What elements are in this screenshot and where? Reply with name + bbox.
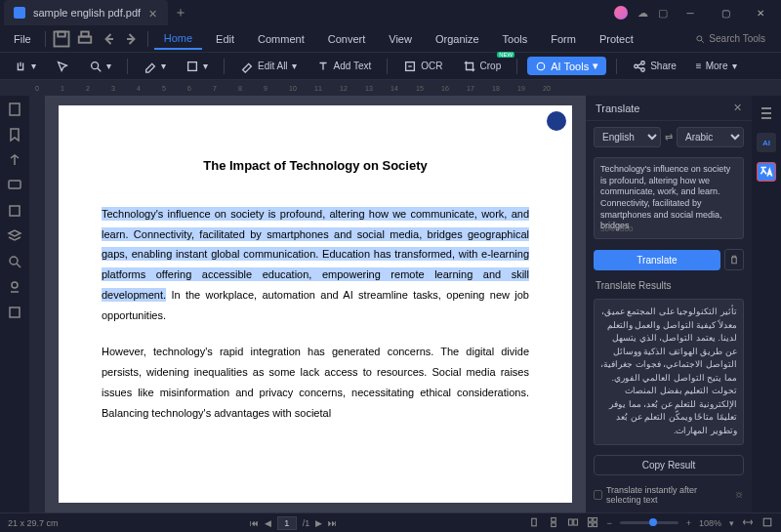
last-page-icon[interactable]: ⏭ bbox=[328, 518, 337, 528]
edit-all-button[interactable]: Edit All▾ bbox=[234, 58, 303, 75]
zoom-slider[interactable] bbox=[620, 521, 678, 524]
statusbar: 21 x 29.7 cm ⏮ ◀ /1 ▶ ⏭ − + 108% ▾ bbox=[0, 512, 781, 532]
result-text-box[interactable]: تأثير التكنولوجيا على المجتمع عميق، معدل… bbox=[594, 299, 744, 445]
add-tab-button[interactable]: ＋ bbox=[174, 4, 187, 21]
svg-point-9 bbox=[635, 64, 638, 68]
svg-rect-20 bbox=[552, 522, 556, 526]
prev-page-icon[interactable]: ◀ bbox=[265, 518, 271, 528]
svg-point-11 bbox=[641, 67, 645, 71]
view-facing-cont-icon[interactable] bbox=[587, 516, 598, 530]
attachments-icon[interactable] bbox=[7, 152, 22, 168]
maximize-button[interactable]: ▢ bbox=[713, 2, 738, 23]
ai-assistant-icon[interactable]: AI bbox=[757, 133, 776, 152]
comments-icon[interactable] bbox=[7, 178, 22, 193]
bookmarks-icon[interactable] bbox=[7, 127, 22, 143]
sidebar-left bbox=[0, 96, 29, 512]
svg-rect-24 bbox=[594, 517, 597, 521]
pdf-page: The Impact of Technology on Society Tech… bbox=[59, 105, 572, 503]
share-button[interactable]: Share bbox=[627, 58, 682, 75]
close-button[interactable]: ✕ bbox=[748, 2, 773, 23]
svg-rect-13 bbox=[9, 181, 21, 188]
document-tab[interactable]: sample english pdf.pdf ✕ bbox=[4, 0, 168, 25]
delete-button[interactable] bbox=[724, 249, 744, 270]
settings-small-icon[interactable]: ⛭ bbox=[735, 490, 744, 500]
undo-icon[interactable] bbox=[99, 29, 118, 49]
ai-tools-button[interactable]: AI Tools▾ bbox=[527, 57, 606, 75]
char-count: 364/1000 bbox=[600, 225, 633, 234]
fit-page-icon[interactable] bbox=[761, 516, 773, 530]
tab-comment[interactable]: Comment bbox=[248, 29, 314, 49]
redo-icon[interactable] bbox=[122, 29, 142, 49]
account-icon[interactable] bbox=[614, 6, 628, 20]
highlighted-text[interactable]: Technology's influence on society is pro… bbox=[102, 207, 529, 303]
close-panel-icon[interactable]: ✕ bbox=[733, 102, 742, 114]
tab-title: sample english pdf.pdf bbox=[33, 7, 141, 19]
notifications-icon[interactable]: ☁ bbox=[637, 7, 648, 20]
minimize-button[interactable]: ─ bbox=[678, 2, 703, 23]
search-tools[interactable]: Search Tools bbox=[695, 33, 775, 44]
ruler-vertical bbox=[29, 96, 45, 512]
source-language-select[interactable]: English bbox=[594, 127, 661, 147]
page-input[interactable] bbox=[277, 516, 297, 530]
fields-icon[interactable] bbox=[7, 203, 22, 219]
ocr-button[interactable]: OCR bbox=[397, 58, 448, 75]
copy-result-button[interactable]: Copy Result bbox=[594, 455, 744, 475]
menubar: File Home Edit Comment Convert View Orga… bbox=[0, 25, 781, 53]
zoom-in-icon[interactable]: + bbox=[686, 518, 691, 528]
page-dimensions: 21 x 29.7 cm bbox=[8, 518, 59, 528]
view-single-icon[interactable] bbox=[528, 516, 540, 530]
tab-tools[interactable]: Tools bbox=[493, 29, 538, 49]
hand-tool[interactable]: ▾ bbox=[8, 58, 42, 75]
translate-button[interactable]: Translate bbox=[594, 250, 720, 270]
crop-button[interactable]: Crop bbox=[457, 58, 508, 75]
print-icon[interactable] bbox=[75, 29, 95, 49]
svg-rect-1 bbox=[58, 31, 65, 36]
tab-home[interactable]: Home bbox=[154, 28, 202, 50]
highlight-tool[interactable]: ▾ bbox=[138, 58, 172, 75]
tab-organize[interactable]: Organize bbox=[426, 29, 489, 49]
next-page-icon[interactable]: ▶ bbox=[315, 518, 322, 528]
svg-point-5 bbox=[92, 61, 99, 68]
pdf-icon bbox=[14, 7, 25, 19]
file-menu[interactable]: File bbox=[6, 33, 39, 45]
tab-view[interactable]: View bbox=[379, 29, 422, 49]
toolbar: ▾ ▾ ▾ ▾ Edit All▾ Add Text OCR Crop AI T… bbox=[0, 53, 781, 80]
select-tool[interactable] bbox=[50, 58, 75, 75]
zoom-out-icon[interactable]: − bbox=[606, 518, 611, 528]
save-icon[interactable] bbox=[52, 29, 71, 49]
tab-convert[interactable]: Convert bbox=[318, 29, 376, 49]
svg-rect-0 bbox=[54, 31, 68, 46]
layers-icon[interactable] bbox=[7, 228, 22, 244]
view-facing-icon[interactable] bbox=[567, 516, 579, 530]
thumbnails-icon[interactable] bbox=[7, 102, 22, 117]
search-panel-icon[interactable] bbox=[7, 254, 22, 269]
document-area[interactable]: The Impact of Technology on Society Tech… bbox=[45, 96, 586, 512]
svg-rect-18 bbox=[532, 518, 537, 526]
more-button[interactable]: ≡ More▾ bbox=[690, 59, 743, 73]
svg-rect-17 bbox=[10, 307, 20, 317]
source-text-box[interactable]: Technology's influence on society is pro… bbox=[594, 157, 744, 239]
tab-protect[interactable]: Protect bbox=[590, 29, 643, 49]
stamp-icon[interactable] bbox=[7, 279, 22, 295]
view-continuous-icon[interactable] bbox=[548, 516, 559, 530]
pager: ⏮ ◀ /1 ▶ ⏭ bbox=[250, 516, 338, 530]
properties-icon[interactable] bbox=[757, 103, 776, 123]
fit-width-icon[interactable] bbox=[742, 516, 754, 530]
ruler-horizontal: 01234567891011121314151617181920 bbox=[0, 80, 781, 96]
target-language-select[interactable]: Arabic bbox=[677, 127, 744, 147]
zoom-dropdown-icon[interactable]: ▾ bbox=[729, 518, 734, 528]
search-placeholder: Search Tools bbox=[709, 33, 765, 44]
signatures-icon[interactable] bbox=[7, 305, 22, 320]
first-page-icon[interactable]: ⏮ bbox=[250, 518, 259, 528]
zoom-tool[interactable]: ▾ bbox=[83, 58, 117, 75]
svg-point-15 bbox=[10, 257, 18, 265]
note-tool[interactable]: ▾ bbox=[180, 58, 214, 75]
tab-form[interactable]: Form bbox=[541, 29, 586, 49]
tab-edit[interactable]: Edit bbox=[206, 29, 244, 49]
swap-languages-icon[interactable]: ⇄ bbox=[665, 132, 673, 143]
close-tab-icon[interactable]: ✕ bbox=[148, 8, 158, 18]
gift-icon[interactable]: ▢ bbox=[658, 7, 668, 20]
translate-tool-icon[interactable] bbox=[757, 162, 776, 182]
instant-translate-checkbox[interactable] bbox=[594, 490, 602, 500]
add-text-button[interactable]: Add Text bbox=[310, 58, 378, 75]
